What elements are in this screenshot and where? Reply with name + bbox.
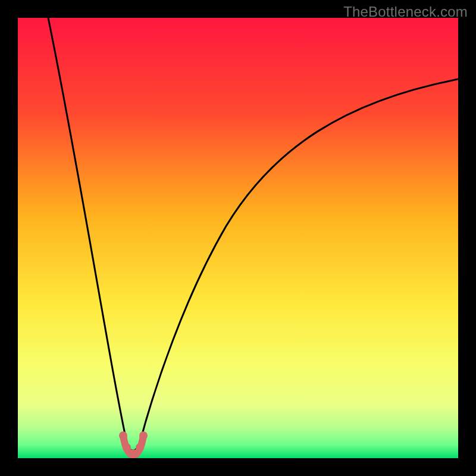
valley-marker-dot	[139, 431, 148, 440]
plot-area	[18, 18, 458, 458]
bottleneck-curve	[18, 18, 458, 458]
watermark-text: TheBottleneck.com	[343, 4, 468, 20]
curve-right-branch	[140, 79, 458, 443]
curve-left-branch	[48, 18, 127, 443]
valley-marker-dot	[136, 443, 144, 452]
valley-marker-dot	[129, 449, 137, 458]
outer-frame: TheBottleneck.com	[0, 0, 476, 476]
valley-marker-dot	[123, 443, 131, 452]
valley-marker-dot	[119, 431, 127, 440]
